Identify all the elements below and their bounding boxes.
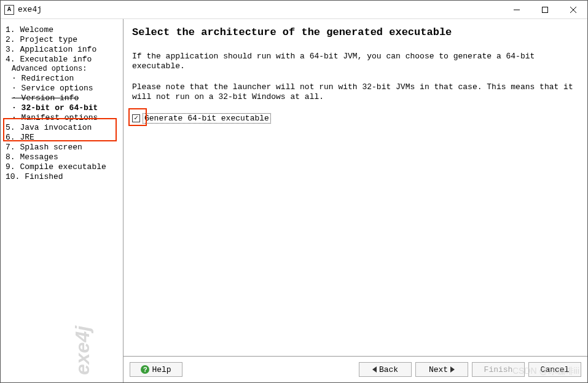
main: Select the architecture of the generated…	[123, 19, 587, 382]
close-icon	[570, 7, 576, 13]
finish-button-label: Finish	[484, 365, 513, 374]
nav-32-64-bit[interactable]: · 32-bit or 64-bit	[4, 103, 123, 113]
description-paragraph-2: Please note that the launcher will not r…	[132, 82, 579, 102]
minimize-button[interactable]	[503, 1, 531, 18]
cancel-button[interactable]: Cancel	[528, 362, 581, 377]
nav-splash-screen[interactable]: 7. Splash screen	[4, 143, 123, 152]
back-button-label: Back	[379, 365, 398, 374]
nav-manifest-options[interactable]: · Manifest options	[4, 113, 123, 123]
footer: ? Help Back Next Finish Cancel	[123, 357, 587, 382]
generate-64bit-label[interactable]: Generate 64-bit executable	[143, 113, 271, 124]
help-button-label: Help	[152, 365, 171, 374]
sidebar-logo: exe4j	[71, 326, 94, 375]
next-button[interactable]: Next	[415, 362, 468, 377]
main-content: Select the architecture of the generated…	[123, 19, 587, 357]
nav-messages[interactable]: 8. Messages	[4, 152, 123, 162]
nav-java-invocation[interactable]: 5. Java invocation	[4, 123, 123, 133]
cancel-button-label: Cancel	[541, 365, 570, 374]
close-button[interactable]	[559, 1, 587, 18]
triangle-left-icon	[372, 366, 377, 373]
triangle-right-icon	[450, 366, 455, 373]
nav-compile-executable[interactable]: 9. Compile executable	[4, 162, 123, 172]
window-title: exe4j	[18, 5, 503, 14]
generate-64bit-checkbox[interactable]: ✓	[132, 114, 140, 122]
back-button[interactable]: Back	[359, 362, 412, 377]
maximize-button[interactable]	[531, 1, 559, 18]
window-controls	[503, 1, 587, 18]
nav-finished[interactable]: 10. Finished	[4, 172, 123, 182]
nav-welcome[interactable]: 1. Welcome	[4, 25, 123, 35]
titlebar: A exe4j	[1, 1, 587, 19]
nav-application-info[interactable]: 3. Application info	[4, 45, 123, 55]
app-icon: A	[4, 5, 14, 15]
nav-service-options[interactable]: · Service options	[4, 84, 123, 93]
help-button[interactable]: ? Help	[130, 362, 182, 377]
finish-button: Finish	[472, 362, 525, 377]
body-area: 1. Welcome 2. Project type 3. Applicatio…	[1, 19, 587, 382]
nav-jre[interactable]: 6. JRE	[4, 133, 123, 143]
svg-rect-1	[543, 7, 548, 12]
description-paragraph-1: If the application should run with a 64-…	[132, 52, 579, 71]
next-button-label: Next	[429, 365, 448, 374]
nav-project-type[interactable]: 2. Project type	[4, 35, 123, 45]
nav-executable-info[interactable]: 4. Executable info	[4, 55, 123, 65]
checkbox-row: ✓ Generate 64-bit executable	[132, 113, 579, 124]
help-icon: ?	[141, 365, 149, 374]
minimize-icon	[514, 7, 520, 13]
page-heading: Select the architecture of the generated…	[132, 26, 579, 38]
nav-version-info[interactable]: · Version info	[4, 93, 123, 103]
nav-redirection[interactable]: · Redirection	[4, 74, 123, 84]
sidebar: 1. Welcome 2. Project type 3. Applicatio…	[1, 19, 123, 382]
app-window: A exe4j 1. Welcome 2. Project type 3. Ap…	[0, 0, 588, 383]
nav-advanced-header: Advanced options:	[4, 65, 123, 74]
maximize-icon	[542, 7, 548, 13]
